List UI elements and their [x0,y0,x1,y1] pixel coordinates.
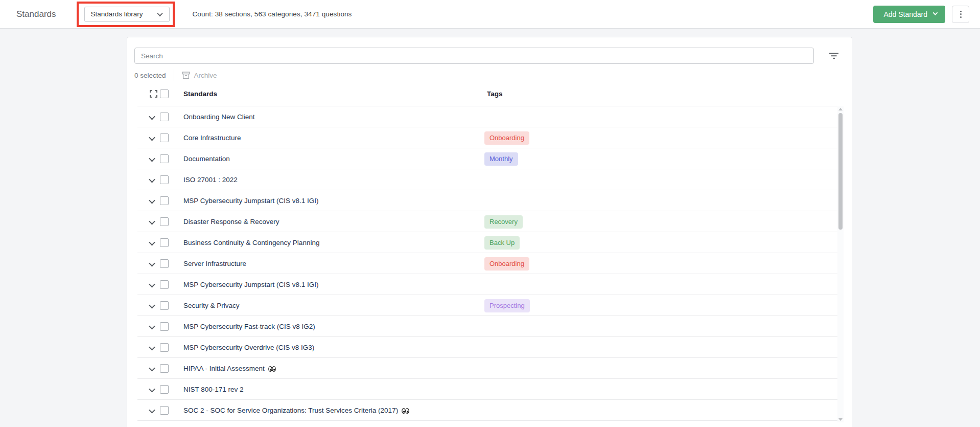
tag-chip: Recovery [484,215,523,229]
standard-name-text: Security & Privacy [183,295,240,316]
row-expand-button[interactable] [150,134,154,142]
select-all-checkbox[interactable] [160,89,169,98]
standard-name[interactable]: Business Continuity & Contingency Planni… [183,232,319,253]
standards-panel: 0 selected Archive Standards Tags Onboar… [127,37,852,427]
table-row[interactable]: ISO 27001 : 2022 [137,169,837,190]
chevron-down-icon [149,386,155,393]
standard-name[interactable]: Documentation [183,148,230,169]
standard-name[interactable]: Security & Privacy [183,295,240,316]
standard-name[interactable]: Core Infrastructure [183,127,241,148]
row-expand-button[interactable] [150,260,154,268]
chevron-down-icon [149,176,155,183]
row-expand-button[interactable] [150,344,154,352]
selected-count: 0 selected [134,72,166,79]
standard-name[interactable]: NIST 800-171 rev 2 [183,379,244,400]
table-row[interactable]: SOC 2 - SOC for Service Organizations: T… [137,400,837,421]
standard-name[interactable]: MSP Cybersecurity Jumpstart (CIS v8.1 IG… [183,190,319,211]
row-tags: Onboarding [484,131,529,145]
standard-name-text: SOC 2 - SOC for Service Organizations: T… [183,400,398,421]
row-tags: Recovery [484,215,523,229]
standard-name[interactable]: MSP Cybersecurity Fast-track (CIS v8 IG2… [183,316,315,337]
row-checkbox[interactable] [160,385,169,394]
row-checkbox[interactable] [160,217,169,226]
row-expand-button[interactable] [150,114,154,121]
row-checkbox[interactable] [160,133,169,142]
standard-name[interactable]: MSP Cybersecurity Jumpstart (CIS v8.1 IG… [183,274,319,295]
filter-icon [829,53,838,59]
row-expand-button[interactable] [150,176,154,184]
filter-button[interactable] [828,52,839,60]
row-expand-button[interactable] [150,302,154,310]
row-checkbox[interactable] [160,343,169,352]
standard-name[interactable]: ISO 27001 : 2022 [183,169,238,190]
row-checkbox[interactable] [160,196,169,205]
row-checkbox[interactable] [160,113,169,121]
scroll-down-arrow-icon[interactable] [838,418,843,421]
table-row[interactable]: Server Infrastructure Onboarding [137,253,837,274]
standard-name[interactable]: MSP Cybersecurity Overdrive (CIS v8 IG3) [183,337,314,358]
eyes-icon [268,366,276,372]
scroll-up-arrow-icon[interactable] [838,108,843,110]
chevron-down-icon [149,134,155,141]
red-highlight-box: Standards library [77,2,175,27]
standard-name[interactable]: SOC 2 - SOC for Service Organizations: T… [183,400,409,421]
row-expand-button[interactable] [150,281,154,289]
tag-chip: Back Up [484,236,520,250]
chevron-down-icon [149,302,155,309]
table-row[interactable]: Business Continuity & Contingency Planni… [137,232,837,253]
row-checkbox[interactable] [160,364,169,373]
table-row[interactable]: MSP Cybersecurity Overdrive (CIS v8 IG3) [137,337,837,358]
table-row[interactable]: HIPAA - Initial Assessment [137,358,837,379]
page-title: Standards [16,9,56,19]
row-expand-button[interactable] [150,365,154,373]
search-input[interactable] [134,48,814,64]
row-expand-button[interactable] [150,323,154,331]
chevron-down-icon [149,197,155,204]
add-standard-button[interactable]: Add Standard [873,6,945,23]
standard-name-text: Core Infrastructure [183,127,241,148]
row-expand-button[interactable] [150,386,154,394]
row-expand-button[interactable] [150,239,154,247]
standard-name-text: Onboarding New Client [183,106,255,127]
kebab-icon [960,11,962,18]
table-row[interactable]: Documentation Monthly [137,148,837,169]
chevron-down-icon [149,239,155,246]
more-options-button[interactable] [952,6,969,23]
scrollbar-thumb[interactable] [838,113,843,230]
row-checkbox[interactable] [160,322,169,331]
table-row[interactable]: MSP Cybersecurity Jumpstart (CIS v8.1 IG… [137,274,837,295]
standard-name-text: Disaster Response & Recovery [183,211,279,232]
expand-all-button[interactable] [150,90,157,98]
table-row[interactable]: NIST 800-171 rev 2 [137,379,837,400]
standard-name[interactable]: Server Infrastructure [183,253,246,274]
standard-name-text: Documentation [183,148,230,169]
row-checkbox[interactable] [160,406,169,415]
chevron-down-icon [149,344,155,351]
archive-button[interactable]: Archive [182,72,217,79]
row-expand-button[interactable] [150,218,154,226]
row-expand-button[interactable] [150,407,154,415]
table-scrollbar[interactable] [837,106,844,422]
row-checkbox[interactable] [160,238,169,247]
table-row[interactable]: MSP Cybersecurity Fast-track (CIS v8 IG2… [137,316,837,337]
standard-name[interactable]: HIPAA - Initial Assessment [183,358,276,379]
row-checkbox[interactable] [160,259,169,268]
row-expand-button[interactable] [150,155,154,163]
table-row[interactable]: Onboarding New Client [137,106,837,127]
row-checkbox[interactable] [160,175,169,184]
standard-name-text: MSP Cybersecurity Jumpstart (CIS v8.1 IG… [183,274,319,295]
count-summary: Count: 38 sections, 563 categories, 3471… [193,10,352,18]
column-header-standards: Standards [183,90,217,98]
table-row[interactable]: MSP Cybersecurity Jumpstart (CIS v8.1 IG… [137,190,837,211]
row-checkbox[interactable] [160,301,169,310]
standard-name[interactable]: Disaster Response & Recovery [183,211,279,232]
standard-name[interactable]: Onboarding New Client [183,106,255,127]
table-row[interactable]: Security & Privacy Prospecting [137,295,837,316]
table-row[interactable]: Core Infrastructure Onboarding [137,127,837,148]
table-row[interactable]: Disaster Response & Recovery Recovery [137,211,837,232]
row-checkbox[interactable] [160,154,169,163]
row-checkbox[interactable] [160,280,169,289]
row-expand-button[interactable] [150,197,154,205]
eyes-icon [402,408,409,414]
library-select-dropdown[interactable]: Standards library [84,7,170,22]
